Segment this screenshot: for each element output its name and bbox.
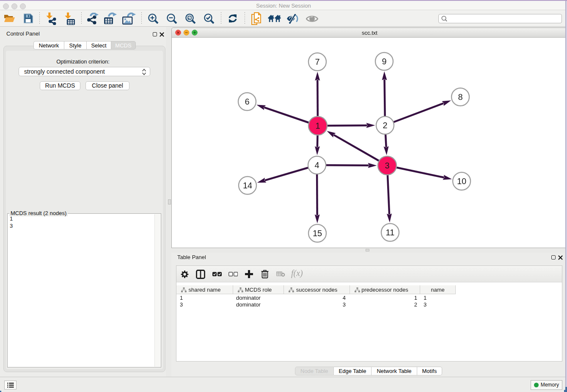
svg-text:4: 4 [314, 160, 319, 170]
svg-text:1: 1 [315, 121, 320, 130]
svg-text:3: 3 [385, 161, 389, 170]
svg-text:7: 7 [315, 57, 319, 66]
svg-text:6: 6 [245, 97, 249, 106]
svg-text:10: 10 [457, 177, 466, 186]
svg-text:9: 9 [382, 57, 386, 66]
svg-text:15: 15 [313, 229, 322, 238]
svg-text:8: 8 [458, 92, 462, 102]
svg-text:11: 11 [386, 228, 395, 237]
svg-text:2: 2 [383, 121, 387, 130]
svg-text:14: 14 [243, 181, 252, 190]
